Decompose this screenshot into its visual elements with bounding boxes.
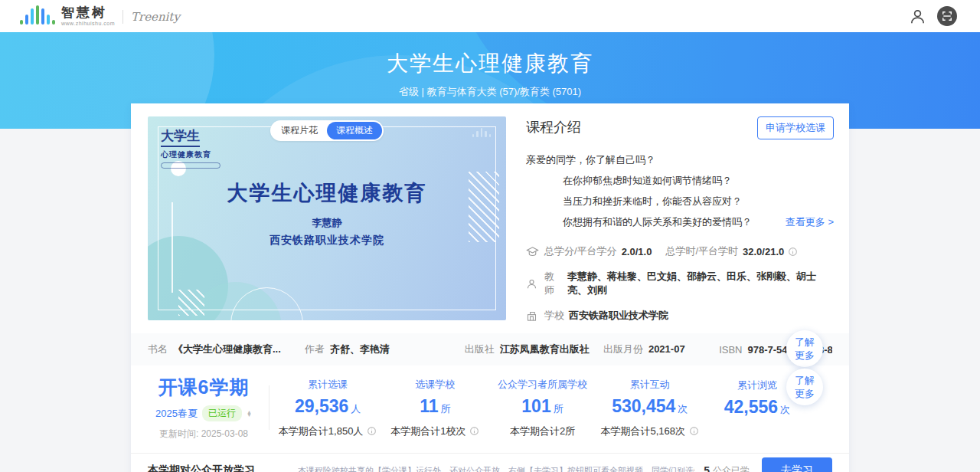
- update-time-label: 更新时间:: [159, 428, 198, 439]
- thumb-corner-pill: [161, 162, 220, 169]
- book-name-value: 《大学生心理健康教育...: [173, 343, 281, 356]
- thumb-corner-subtitle: 心理健康教育: [161, 149, 220, 160]
- thumb-school-name: 西安铁路职业技术学院: [148, 234, 506, 247]
- intro-line: 在你抑郁焦虑时知道如何调节情绪吗？: [526, 170, 834, 191]
- zhihuishu-logo[interactable]: 智慧树 www.zhihuishu.com Treenity: [20, 6, 180, 26]
- public-open-title: 本学期对公众开放学习: [148, 464, 298, 472]
- stat-enrolled: 累计选课 29,536人 本学期合计1,850人: [274, 378, 381, 438]
- divider: [269, 385, 270, 430]
- thumb-corner-title: 大学生: [161, 127, 200, 147]
- course-title: 大学生心理健康教育: [0, 32, 980, 78]
- equalizer-bars-icon: [20, 6, 55, 26]
- learn-more-stats-button[interactable]: 了解更多: [786, 369, 823, 405]
- graduation-cap-icon: [526, 245, 539, 258]
- info-icon[interactable]: [788, 247, 798, 257]
- teacher-names: 李慧静、蒋桂黎、巴文娟、邵静云、田乐、张刚毅、胡士亮、刘刚: [567, 270, 834, 297]
- logo-name: 智慧树: [61, 6, 115, 19]
- stat-interactions: 累计互动 530,454次 本学期合计5,168次: [596, 378, 704, 438]
- textbook-info-bar: 书名 《大学生心理健康教育... 作者 齐舒、李艳清 出版社 江苏凤凰教育出版社…: [131, 333, 849, 365]
- semester-switcher[interactable]: 2025春夏 已运行 ▲▼: [143, 405, 264, 421]
- course-thumbnail[interactable]: 课程片花 课程概述 大学生 心理健康教育 大学生心理健康教育 李慧静 西安铁路职…: [148, 116, 506, 320]
- school-icon: [526, 310, 539, 323]
- info-icon[interactable]: [689, 426, 699, 436]
- logo-url: www.zhihuishu.com: [61, 21, 115, 26]
- sorter-icon[interactable]: ▲▼: [247, 411, 252, 417]
- book-publisher-label: 出版社: [465, 343, 495, 356]
- intro-line: 亲爱的同学，你了解自己吗？: [526, 149, 834, 170]
- stat-schools: 选课学校 11所 本学期合计1校次: [381, 378, 488, 438]
- thumb-course-title: 大学生心理健康教育: [148, 179, 506, 207]
- running-status-badge: 已运行: [202, 405, 242, 421]
- logo-divider: [122, 10, 123, 24]
- current-term: 2025春夏: [155, 407, 198, 421]
- scan-icon[interactable]: [937, 6, 957, 26]
- tab-course-trailer[interactable]: 课程片花: [272, 122, 327, 139]
- credit-label: 总学分/平台学分: [544, 244, 617, 258]
- watermark-logo-icon: [472, 128, 492, 137]
- book-author-label: 作者: [305, 343, 325, 356]
- user-icon[interactable]: [909, 8, 926, 25]
- public-learner-count-label: 公众已学: [713, 464, 750, 472]
- info-icon[interactable]: [367, 426, 377, 436]
- public-learning-bar: 本学期对公众开放学习 本课程除跨校共享的【学分课】运行外，还对公众开放，右侧【去…: [131, 453, 849, 472]
- teacher-icon: [526, 277, 539, 290]
- course-category: 省级 | 教育与体育大类 (57)/教育类 (5701): [0, 85, 980, 99]
- view-more-link[interactable]: 查看更多 >: [786, 211, 834, 232]
- learn-more-book-button[interactable]: 了解更多: [786, 330, 823, 367]
- info-icon[interactable]: [469, 426, 479, 436]
- intro-line: 你想拥有和谐的人际关系和美好的爱情吗？: [526, 211, 752, 232]
- school-name: 西安铁路职业技术学院: [569, 309, 668, 323]
- intro-paragraph: 亲爱的同学，你了解自己吗？ 在你抑郁焦虑时知道如何调节情绪吗？ 当压力和挫折来临…: [526, 149, 834, 232]
- logo-brand: Treenity: [131, 10, 180, 26]
- thumb-corner-logo: 大学生 心理健康教育: [161, 127, 220, 169]
- top-navbar: 智慧树 www.zhihuishu.com Treenity: [0, 0, 980, 32]
- public-open-description: 本课程除跨校共享的【学分课】运行外，还对公众开放，右侧【去学习】按钮即可看全部视…: [298, 465, 694, 472]
- public-learner-count: 5: [704, 464, 710, 472]
- book-publisher-value: 江苏凤凰教育出版社: [500, 343, 590, 356]
- semester-count: 开课6学期: [143, 375, 264, 400]
- tab-course-overview[interactable]: 课程概述: [327, 122, 382, 139]
- book-author-value: 齐舒、李艳清: [330, 343, 390, 356]
- stat-public-schools: 公众学习者所属学校 101所 本学期合计2所: [488, 378, 596, 438]
- update-time-value: 2025-03-08: [201, 428, 248, 439]
- course-card: 课程片花 课程概述 大学生 心理健康教育 大学生心理健康教育 李慧静 西安铁路职…: [131, 103, 849, 472]
- school-label: 学校: [544, 309, 564, 323]
- thumbnail-tabs: 课程片花 课程概述: [270, 120, 384, 141]
- course-stats-bar: 开课6学期 2025春夏 已运行 ▲▼ 更新时间: 2025-03-08 累计选…: [131, 365, 849, 453]
- hour-label: 总学时/平台学时: [665, 244, 738, 258]
- book-isbn-label: ISBN: [719, 344, 742, 356]
- apply-school-button[interactable]: 申请学校选课: [757, 116, 834, 139]
- credit-value: 2.0/1.0: [622, 246, 652, 257]
- go-learn-button[interactable]: 去学习: [762, 457, 832, 472]
- book-month-label: 出版月份: [603, 343, 643, 356]
- teacher-label: 教师: [544, 270, 563, 297]
- hour-value: 32.0/21.0: [743, 246, 784, 257]
- thumb-decor-stripes: [178, 290, 204, 316]
- intro-title: 课程介绍: [526, 116, 581, 136]
- thumb-teacher-name: 李慧静: [148, 216, 506, 230]
- book-name-label: 书名: [148, 343, 168, 356]
- book-month-value: 2021-07: [648, 343, 685, 355]
- intro-line: 当压力和挫折来临时，你能否从容应对？: [526, 191, 834, 211]
